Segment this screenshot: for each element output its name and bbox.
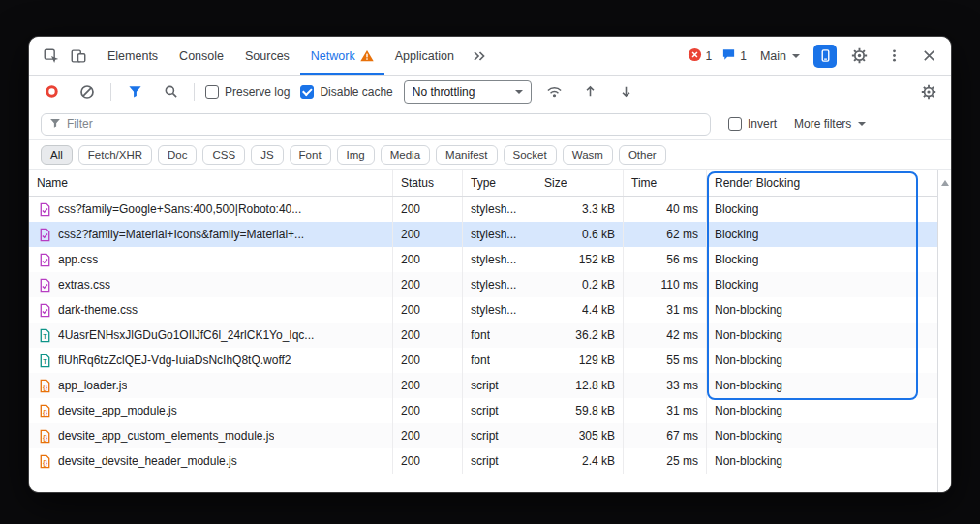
request-row[interactable]: {}app_loader.js200script12.8 kB33 msNon-… (29, 373, 937, 398)
cell-render-blocking: Non-blocking (707, 348, 937, 373)
cell-size: 4.4 kB (536, 297, 624, 323)
cell-render-blocking: Non-blocking (707, 373, 937, 398)
network-settings-gear-icon[interactable] (916, 79, 941, 105)
device-toolbar-icon[interactable] (66, 44, 91, 69)
column-header-type[interactable]: Type (463, 170, 536, 196)
cell-status: 200 (393, 222, 463, 247)
scroll-up-icon[interactable] (941, 180, 949, 186)
cell-type: stylesh... (463, 222, 536, 247)
chip-wasm[interactable]: Wasm (563, 145, 613, 165)
cell-render-blocking: Blocking (707, 272, 937, 297)
chip-other[interactable]: Other (619, 145, 666, 165)
request-row[interactable]: css2?family=Material+Icons&family=Materi… (29, 222, 937, 247)
cell-name: {}devsite_app_module.js (29, 398, 393, 423)
cell-status: 200 (393, 247, 463, 272)
column-header-render-blocking[interactable]: Render Blocking (707, 170, 937, 196)
disable-cache-label: Disable cache (320, 85, 392, 99)
chip-js[interactable]: JS (251, 145, 283, 165)
menu-dots-icon[interactable] (881, 44, 906, 69)
cell-name: {}devsite_app_custom_elements_module.js (29, 423, 393, 448)
cell-status: 200 (393, 272, 463, 297)
more-filters-button[interactable]: More filters (794, 117, 866, 131)
request-row[interactable]: extras.css200stylesh...0.2 kB110 msBlock… (29, 272, 937, 297)
screencast-icon[interactable] (813, 45, 837, 68)
throttling-select[interactable]: No throttling (404, 80, 532, 104)
invert-checkbox[interactable]: Invert (728, 117, 777, 131)
font-file-icon: T (37, 327, 52, 343)
issues-icon (721, 47, 736, 65)
column-header-name[interactable]: Name (29, 170, 393, 196)
issues-count-badge[interactable]: 1 (721, 47, 747, 65)
tab-elements[interactable]: Elements (97, 37, 168, 75)
chip-manifest[interactable]: Manifest (436, 145, 497, 165)
cell-size: 3.3 kB (536, 197, 624, 222)
column-header-time[interactable]: Time (624, 170, 707, 196)
divider (194, 83, 195, 101)
tab-sources[interactable]: Sources (234, 37, 300, 75)
svg-text:{}: {} (42, 408, 47, 416)
stylesheet-file-icon (37, 252, 52, 267)
chevron-down-icon (515, 90, 523, 94)
request-row[interactable]: app.css200stylesh...152 kB56 msBlocking (29, 247, 937, 272)
close-icon[interactable] (916, 44, 941, 69)
request-row[interactable]: {}devsite_app_module.js200script59.8 kB3… (29, 398, 937, 423)
chip-css[interactable]: CSS (202, 145, 245, 165)
settings-gear-icon[interactable] (846, 44, 872, 69)
requests-table-main: NameStatusTypeSizeTimeRender Blocking cs… (29, 170, 937, 492)
checkbox-icon (205, 85, 219, 99)
request-row[interactable]: {}devsite_devsite_header_module.js200scr… (29, 448, 937, 474)
filter-icon[interactable] (122, 79, 147, 105)
request-row[interactable]: {}devsite_app_custom_elements_module.js2… (29, 423, 937, 448)
inspect-element-icon[interactable] (39, 44, 64, 69)
cell-render-blocking: Non-blocking (707, 398, 937, 423)
chip-font[interactable]: Font (290, 145, 331, 165)
tabbar-right-group: 1 1 Main (688, 44, 941, 69)
panel-tabs: ElementsConsoleSourcesNetworkApplication (97, 37, 465, 75)
devtools-tabbar: ElementsConsoleSourcesNetworkApplication… (29, 37, 951, 76)
column-header-status[interactable]: Status (393, 170, 463, 196)
more-panels-icon[interactable] (467, 44, 492, 69)
chip-socket[interactable]: Socket (504, 145, 557, 165)
cell-size: 152 kB (536, 247, 624, 272)
column-header-size[interactable]: Size (536, 170, 624, 196)
cell-status: 200 (393, 323, 463, 348)
request-row[interactable]: T4UasrENHsxJlGDuGo1OIlJfC6l_24rlCK1Yo_Iq… (29, 323, 937, 348)
import-har-icon[interactable] (578, 79, 603, 105)
request-row[interactable]: css?family=Google+Sans:400,500|Roboto:40… (29, 197, 937, 222)
chip-doc[interactable]: Doc (158, 145, 197, 165)
invert-label: Invert (748, 117, 777, 131)
chip-fetch-xhr[interactable]: Fetch/XHR (78, 145, 152, 165)
tab-label: Sources (245, 49, 290, 63)
cell-status: 200 (393, 423, 463, 448)
clear-network-log-icon[interactable] (75, 79, 100, 105)
cell-type: script (463, 373, 536, 398)
search-icon[interactable] (158, 79, 183, 105)
divider (110, 83, 111, 101)
cell-status: 200 (393, 197, 463, 222)
chip-all[interactable]: All (41, 145, 73, 165)
preserve-log-checkbox[interactable]: Preserve log (205, 85, 290, 99)
cell-type: font (463, 348, 536, 373)
disable-cache-checkbox[interactable]: Disable cache (300, 85, 392, 99)
throttling-value: No throttling (413, 85, 475, 99)
chip-img[interactable]: Img (337, 145, 375, 165)
cell-name: css?family=Google+Sans:400,500|Roboto:40… (29, 197, 393, 222)
tab-network[interactable]: Network (300, 37, 384, 75)
scrollbar[interactable] (937, 170, 951, 492)
export-har-icon[interactable] (614, 79, 639, 105)
chip-media[interactable]: Media (381, 145, 430, 165)
cell-name: T4UasrENHsxJlGDuGo1OIlJfC6l_24rlCK1Yo_Iq… (29, 323, 393, 348)
request-row[interactable]: dark-theme.css200stylesh...4.4 kB31 msNo… (29, 297, 937, 323)
tab-console[interactable]: Console (168, 37, 234, 75)
context-selector[interactable]: Main (756, 47, 804, 65)
network-conditions-icon[interactable] (542, 79, 567, 105)
error-count-badge[interactable]: 1 (688, 47, 713, 65)
request-row[interactable]: TflUhRq6tzZclQEJ-Vdg-IuiaDsNcIhQ8tQ.woff… (29, 348, 937, 373)
cell-name: dark-theme.css (29, 297, 393, 323)
svg-text:{}: {} (42, 458, 47, 466)
cell-time: 42 ms (624, 323, 707, 348)
record-network-log-icon[interactable] (39, 79, 64, 105)
filter-input[interactable] (67, 117, 702, 131)
stylesheet-file-icon (37, 201, 52, 217)
tab-application[interactable]: Application (384, 37, 465, 75)
